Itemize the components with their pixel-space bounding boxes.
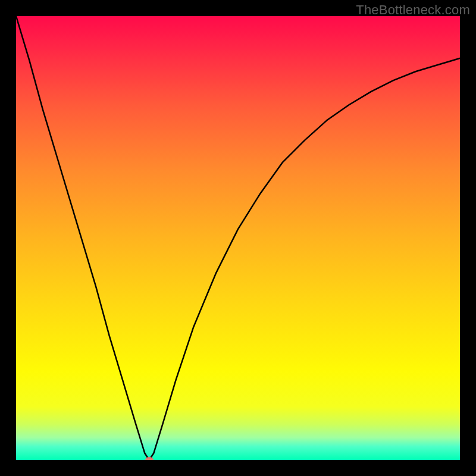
bottleneck-curve [16, 16, 460, 460]
min-point-marker [145, 457, 154, 460]
chart-svg [16, 16, 460, 460]
chart-area [16, 16, 460, 460]
